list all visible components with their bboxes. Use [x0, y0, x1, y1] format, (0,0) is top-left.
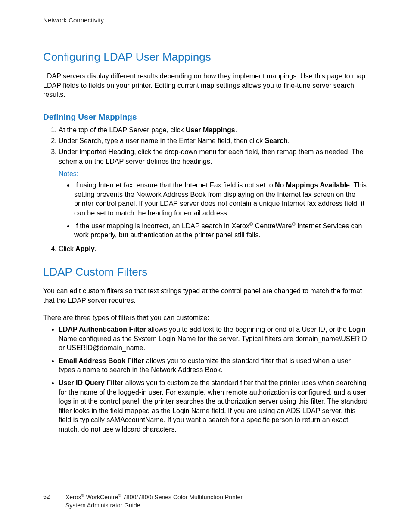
section-heading-custom-filters: LDAP Custom Filters [43, 265, 368, 279]
footer-text: Xerox® WorkCentre® 7800/7800i Series Col… [65, 493, 243, 510]
reg-mark: ® [81, 493, 84, 498]
step-3: Under Imported Heading, click the drop-d… [59, 147, 368, 166]
section-heading-ldap-mappings: Configuring LDAP User Mappings [43, 50, 368, 64]
notes-label: Notes: [59, 170, 368, 178]
note-bold: No Mappings Available [275, 181, 350, 189]
document-page: Network Connectivity Configuring LDAP Us… [0, 0, 411, 532]
bullet-text: allows you to customize the standard fil… [59, 379, 367, 433]
intro-paragraph: LDAP servers display different results d… [43, 72, 368, 100]
step-bold: User Mappings [186, 126, 235, 134]
reg-mark: ® [292, 221, 295, 226]
step-text: Click [59, 245, 75, 252]
step-text-end: . [235, 126, 237, 134]
filters-paragraph-1: You can edit custom filters so that text… [43, 286, 368, 305]
note-1: If using Internet fax, ensure that the I… [74, 180, 368, 218]
footer-subtitle: System Administrator Guide [65, 502, 140, 509]
page-footer: 52 Xerox® WorkCentre® 7800/7800i Series … [43, 493, 368, 510]
page-number: 52 [43, 493, 65, 500]
footer-product: WorkCentre [84, 494, 118, 501]
filter-type-auth: LDAP Authentication Filter allows you to… [59, 325, 368, 353]
running-header: Network Connectivity [43, 16, 368, 24]
note-text: If the user mapping is incorrect, an LDA… [74, 222, 249, 230]
steps-list: At the top of the LDAP Server page, clic… [43, 125, 368, 166]
step-bold: Apply [75, 245, 94, 252]
step-2: Under Search, type a user name in the En… [59, 136, 368, 146]
bullet-bold: LDAP Authentication Filter [59, 326, 146, 333]
note-2: If the user mapping is incorrect, an LDA… [74, 221, 368, 240]
notes-list: If using Internet fax, ensure that the I… [43, 180, 368, 240]
filter-type-userid: User ID Query Filter allows you to custo… [59, 378, 368, 434]
footer-model: 7800/7800i Series Color Multifunction Pr… [121, 494, 243, 501]
bullet-bold: User ID Query Filter [59, 379, 123, 386]
steps-list-cont: Click Apply. [43, 244, 368, 254]
note-text: If using Internet fax, ensure that the I… [74, 181, 275, 189]
footer-brand: Xerox [65, 494, 81, 501]
step-text-end: . [288, 137, 290, 144]
step-text: At the top of the LDAP Server page, clic… [59, 126, 186, 134]
filter-types-list: LDAP Authentication Filter allows you to… [43, 325, 368, 434]
step-text-end: . [95, 245, 97, 252]
note-text: CentreWare [253, 222, 292, 230]
bullet-bold: Email Address Book Filter [59, 357, 144, 364]
step-bold: Search [265, 137, 287, 144]
step-text: Under Search, type a user name in the En… [59, 137, 265, 144]
filters-paragraph-2: There are three types of filters that yo… [43, 313, 368, 323]
subsection-heading-defining: Defining User Mappings [43, 112, 368, 122]
step-1: At the top of the LDAP Server page, clic… [59, 125, 368, 135]
step-4: Click Apply. [59, 244, 368, 254]
filter-type-email: Email Address Book Filter allows you to … [59, 356, 368, 375]
